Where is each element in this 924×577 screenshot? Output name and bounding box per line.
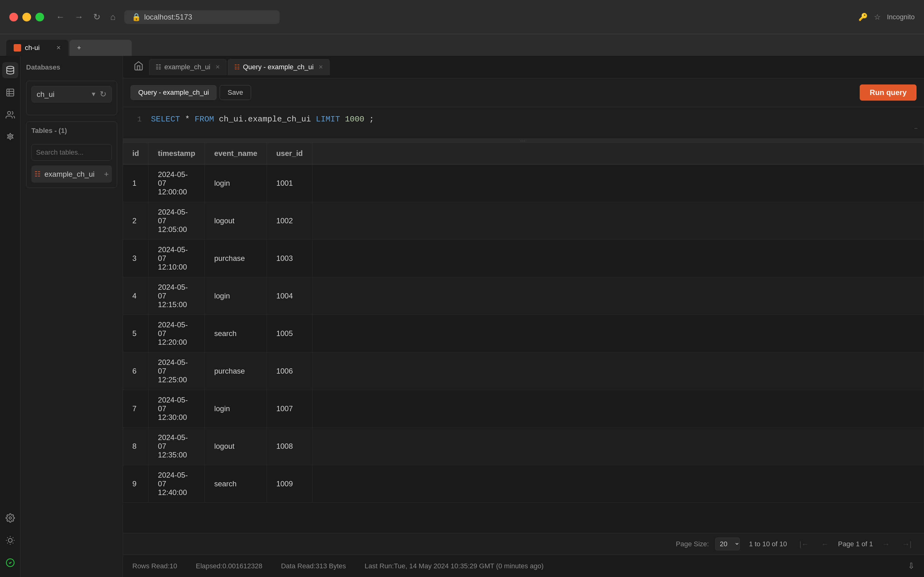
sidebar-icon-status[interactable] xyxy=(2,554,18,571)
sidebar-icon-database[interactable] xyxy=(2,62,18,78)
add-table-button[interactable]: + xyxy=(104,169,109,179)
address-bar[interactable]: 🔒 localhost:5173 xyxy=(124,10,279,24)
maximize-window-button[interactable] xyxy=(36,13,44,21)
table-row: 22024-05-07 12:05:00logout1002 xyxy=(123,202,924,240)
cell-event_name: logout xyxy=(205,202,267,240)
reload-button[interactable]: ↻ xyxy=(91,11,103,23)
table-item-example-ch-ui[interactable]: ☷ example_ch_ui + xyxy=(31,166,112,183)
sidebar-icon-settings[interactable] xyxy=(2,129,18,145)
editor-collapse-icon[interactable]: − xyxy=(123,125,924,132)
prev-page-button[interactable]: ← xyxy=(818,538,832,550)
cell-timestamp: 2024-05-07 12:15:00 xyxy=(149,277,205,315)
table-tab-icon: ☷ xyxy=(156,63,161,71)
cell-timestamp: 2024-05-07 12:10:00 xyxy=(149,240,205,277)
cell-event_name: purchase xyxy=(205,353,267,390)
tables-section-header: Tables - (1) xyxy=(31,127,112,140)
app-tab-example-close-icon[interactable]: ✕ xyxy=(215,64,220,71)
query-tab-text: Query - example_ch_ui xyxy=(138,89,209,96)
table-header: id timestamp event_name user_id xyxy=(123,143,924,164)
tab-favicon xyxy=(14,44,21,52)
search-tables-input[interactable] xyxy=(36,148,121,156)
page-range-info: 1 to 10 of 10 xyxy=(749,540,787,548)
sidebar-icon-table[interactable] xyxy=(2,84,18,101)
svg-rect-1 xyxy=(6,89,14,96)
sidebar-icon-users[interactable] xyxy=(2,107,18,123)
query-top-bar: Query - example_ch_ui Save Run query xyxy=(123,78,924,107)
traffic-lights xyxy=(9,13,44,21)
col-header-timestamp[interactable]: timestamp xyxy=(149,143,205,164)
lock-icon: 🔒 xyxy=(132,13,141,21)
browser-tab-label: ch-ui xyxy=(25,44,40,52)
forward-button[interactable]: → xyxy=(72,11,86,23)
table-item-label: example_ch_ui xyxy=(44,170,94,179)
page-size-select[interactable]: 20 50 100 xyxy=(715,538,740,550)
cell-extra xyxy=(312,164,924,202)
table-row: 12024-05-07 12:00:00login1001 xyxy=(123,164,924,202)
new-browser-tab-button[interactable]: + xyxy=(69,40,132,56)
browser-toolbar-right: 🔑 ☆ Incognito xyxy=(858,13,915,21)
app-tab-query-example-ch-ui[interactable]: ☷ Query - example_ch_ui ✕ xyxy=(228,59,330,75)
database-selector[interactable]: ch_ui ▼ ↻ xyxy=(31,86,112,103)
table-row: 82024-05-07 12:35:00logout1008 xyxy=(123,428,924,465)
cell-timestamp: 2024-05-07 12:05:00 xyxy=(149,202,205,240)
databases-label: Databases xyxy=(26,63,60,71)
database-icon xyxy=(6,66,15,75)
first-page-button[interactable]: |← xyxy=(796,538,812,550)
cell-id: 8 xyxy=(123,428,149,465)
app-tab-example-label: example_ch_ui xyxy=(164,63,210,71)
col-header-id[interactable]: id xyxy=(123,143,149,164)
cell-event_name: search xyxy=(205,315,267,353)
search-tables-container[interactable]: ↻ xyxy=(31,144,112,161)
save-button[interactable]: Save xyxy=(220,85,251,100)
browser-tab-ch-ui[interactable]: ch-ui ✕ xyxy=(6,40,68,56)
next-page-button[interactable]: → xyxy=(879,538,893,550)
theme-icon xyxy=(6,536,15,545)
editor-resize-handle[interactable]: ⋯ xyxy=(123,139,924,143)
sidebar-icon-sunmoon[interactable] xyxy=(2,532,18,548)
app-tab-bar: ☷ example_ch_ui ✕ ☷ Query - example_ch_u… xyxy=(123,56,924,78)
close-window-button[interactable] xyxy=(9,13,18,21)
bookmark-icon[interactable]: ☆ xyxy=(874,13,881,21)
app-layout: Databases ch_ui ▼ ↻ Tables - (1) ↻ ☷ exa… xyxy=(0,56,924,577)
users-icon xyxy=(6,110,15,119)
last-page-button[interactable]: →| xyxy=(899,538,915,550)
cell-id: 5 xyxy=(123,315,149,353)
col-header-event-name[interactable]: event_name xyxy=(205,143,267,164)
cell-id: 3 xyxy=(123,240,149,277)
cell-event_name: login xyxy=(205,164,267,202)
table-header-row: id timestamp event_name user_id xyxy=(123,143,924,164)
cell-user_id: 1002 xyxy=(267,202,312,240)
elapsed-status: Elapsed:0.001612328 xyxy=(196,562,262,570)
minimize-window-button[interactable] xyxy=(23,13,31,21)
sql-editor[interactable]: 1 SELECT * FROM ch_ui.example_ch_ui LIMI… xyxy=(123,107,924,139)
table-item-icon: ☷ xyxy=(34,170,41,178)
cell-user_id: 1006 xyxy=(267,353,312,390)
cell-event_name: purchase xyxy=(205,240,267,277)
svg-line-13 xyxy=(13,537,13,538)
run-query-button[interactable]: Run query xyxy=(860,84,916,101)
query-tab-label[interactable]: Query - example_ch_ui xyxy=(131,85,216,100)
home-button[interactable]: ⌂ xyxy=(108,11,118,23)
cell-event_name: logout xyxy=(205,428,267,465)
browser-tab-close-icon[interactable]: ✕ xyxy=(56,44,61,51)
app-tab-example-ch-ui[interactable]: ☷ example_ch_ui ✕ xyxy=(149,59,226,75)
chevron-down-icon: ▼ xyxy=(90,91,97,98)
sql-content-1: SELECT * FROM ch_ui.example_ch_ui LIMIT … xyxy=(151,114,374,124)
cell-user_id: 1009 xyxy=(267,465,312,503)
svg-point-2 xyxy=(8,111,11,114)
status-bar: Rows Read:10 Elapsed:0.001612328 Data Re… xyxy=(123,554,924,577)
cell-event_name: search xyxy=(205,465,267,503)
refresh-db-button[interactable]: ↻ xyxy=(100,89,107,99)
svg-point-4 xyxy=(9,517,11,519)
browser-chrome: ← → ↻ ⌂ 🔒 localhost:5173 🔑 ☆ Incognito xyxy=(0,0,924,34)
password-icon[interactable]: 🔑 xyxy=(858,13,868,21)
sidebar-icon-settings-gear[interactable] xyxy=(2,510,18,526)
download-button[interactable]: ⇩ xyxy=(908,561,915,571)
back-button[interactable]: ← xyxy=(53,11,67,23)
rows-read-status: Rows Read:10 xyxy=(132,562,177,570)
col-header-user-id[interactable]: user_id xyxy=(267,143,312,164)
query-tab-icon: ☷ xyxy=(234,63,240,71)
app-tab-query-close-icon[interactable]: ✕ xyxy=(318,64,323,71)
app-home-button[interactable] xyxy=(129,58,148,76)
svg-point-5 xyxy=(8,538,12,543)
